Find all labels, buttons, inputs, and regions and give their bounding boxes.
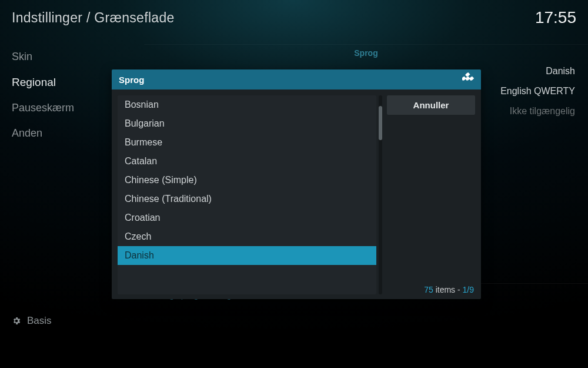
language-select-dialog: Sprog Bosnian Bulgarian Burmese Catalan … (112, 69, 481, 299)
setting-value: Danish (546, 66, 575, 77)
list-counter: 75 items - 1/9 (387, 283, 475, 294)
counter-page: 1/9 (463, 285, 474, 294)
scrollbar[interactable] (379, 95, 382, 294)
kodi-logo-icon (462, 72, 474, 87)
cancel-button[interactable]: Annuller (387, 95, 475, 115)
dialog-header: Sprog (112, 69, 481, 89)
gear-icon (12, 316, 21, 326)
list-item[interactable]: Chinese (Traditional) (118, 190, 376, 208)
language-list[interactable]: Bosnian Bulgarian Burmese Catalan Chines… (118, 95, 376, 294)
settings-level-button[interactable]: Basis (12, 315, 52, 327)
list-item[interactable]: Chinese (Simple) (118, 171, 376, 190)
scrollbar-thumb[interactable] (379, 106, 382, 140)
list-item[interactable]: Bulgarian (118, 114, 376, 133)
list-item[interactable]: Catalan (118, 152, 376, 171)
settings-level-label: Basis (27, 315, 52, 327)
clock: 17:55 (535, 8, 576, 27)
list-item[interactable]: Burmese (118, 133, 376, 152)
list-item[interactable]: Croatian (118, 208, 376, 227)
dialog-title: Sprog (119, 75, 144, 85)
list-item[interactable]: Bosnian (118, 95, 376, 114)
list-item[interactable]: Czech (118, 227, 376, 246)
setting-value: English QWERTY (500, 86, 575, 97)
breadcrumb: Indstillinger / Grænseflade (12, 10, 175, 26)
sidebar-item-skin[interactable]: Skin (0, 44, 144, 69)
counter-total: 75 (424, 285, 433, 294)
setting-value: Ikke tilgængelig (510, 106, 575, 117)
list-item-selected[interactable]: Danish (118, 246, 376, 265)
section-title-language: Sprog (144, 45, 588, 61)
counter-word: items - (433, 285, 463, 294)
